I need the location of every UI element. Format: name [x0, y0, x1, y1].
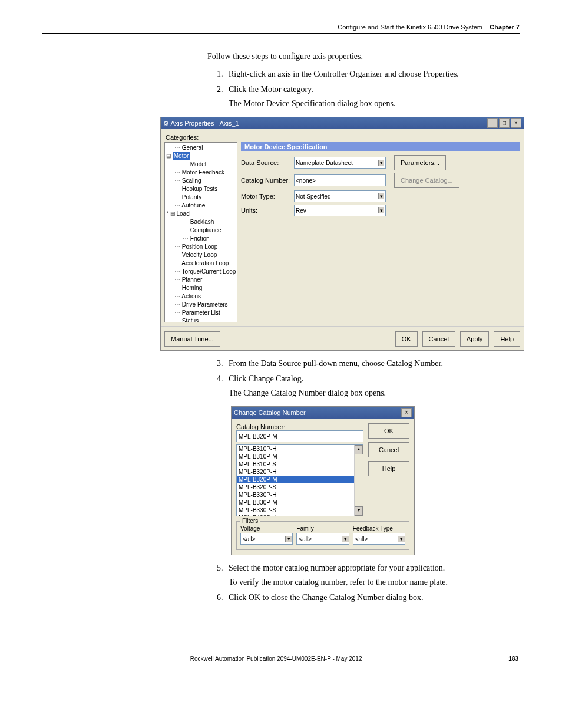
list-item[interactable]: MPL-B310P-M	[237, 453, 363, 460]
footer-page-number: 183	[508, 655, 518, 662]
dlg-title: Change Catalog Number	[234, 409, 306, 416]
dlg-catalog-label: Catalog Number:	[236, 423, 363, 430]
tree-load-row[interactable]: * ⊟ Load	[166, 210, 236, 218]
axis-properties-window: ⚙ Axis Properties - Axis_1 _ □ × Categor…	[160, 117, 524, 351]
data-source-dropdown[interactable]: Nameplate Datasheet	[294, 157, 386, 169]
tree-actions[interactable]: Actions	[166, 292, 236, 301]
tree-velocity-loop[interactable]: Velocity Loop	[166, 251, 236, 259]
feedback-combo[interactable]: <all>	[353, 533, 405, 545]
dlg-catalog-input[interactable]: MPL-B320P-M	[236, 430, 363, 442]
maximize-button[interactable]: □	[499, 118, 510, 128]
step-2-sub: The Motor Device Specification dialog bo…	[229, 99, 520, 108]
axis-cancel-button[interactable]: Cancel	[422, 331, 455, 347]
step-4-sub: The Change Catalog Number dialog box ope…	[229, 388, 520, 398]
list-item[interactable]: MPL-B420P-H	[237, 514, 363, 516]
parameters-button[interactable]: Parameters...	[394, 155, 446, 170]
minimize-button[interactable]: _	[487, 118, 498, 128]
step-1-text: Right-click an axis in the Controller Or…	[229, 70, 459, 78]
gear-icon: ⚙	[163, 120, 169, 127]
dlg-cancel-button[interactable]: Cancel	[368, 442, 409, 457]
data-source-value: Nameplate Datasheet	[296, 160, 353, 166]
tree-compliance[interactable]: Compliance	[166, 226, 236, 235]
catalog-number-field: <none>	[294, 174, 386, 186]
list-item[interactable]: MPL-B320P-S	[237, 483, 363, 491]
label-feedback: Feedback Type	[353, 525, 405, 532]
dlg-help-button[interactable]: Help	[368, 461, 409, 476]
step-5-sub: To verify the motor catalog number, refe…	[229, 578, 520, 587]
motor-type-value: Not Specified	[296, 193, 330, 200]
family-value: <all>	[299, 536, 312, 542]
axis-apply-button[interactable]: Apply	[460, 331, 490, 347]
step-2-text: Click the Motor category.	[229, 85, 313, 94]
footer-publication: Rockwell Automation Publication 2094-UM0…	[190, 655, 362, 662]
axis-titlebar: ⚙ Axis Properties - Axis_1 _ □ ×	[161, 117, 524, 129]
tree-autotune[interactable]: Autotune	[166, 202, 236, 210]
tree-polarity[interactable]: Polarity	[166, 193, 236, 202]
dlg-close-button[interactable]: ×	[401, 408, 412, 417]
tree-position-loop[interactable]: Position Loop	[166, 243, 236, 251]
tree-param-list[interactable]: Parameter List	[166, 309, 236, 317]
step-4: Click Change Catalog. The Change Catalog…	[225, 374, 520, 398]
motor-type-dropdown[interactable]: Not Specified	[294, 190, 386, 202]
dlg-scrollbar[interactable]: ▴ ▾	[354, 445, 363, 516]
list-item[interactable]: MPL-B310P-H	[237, 445, 363, 453]
tree-scaling[interactable]: Scaling	[166, 177, 236, 185]
step-6: Click OK to close the Change Catalog Num…	[225, 593, 520, 602]
tree-motor: Motor	[173, 152, 190, 160]
tree-drive-params[interactable]: Drive Parameters	[166, 301, 236, 309]
page-header: Configure and Start the Kinetix 6500 Dri…	[42, 24, 520, 34]
dlg-ok-button[interactable]: OK	[368, 423, 409, 439]
step-3: From the Data Source pull-down menu, cho…	[225, 359, 520, 368]
intro-text: Follow these steps to configure axis pro…	[207, 52, 520, 61]
voltage-combo[interactable]: <all>	[240, 533, 293, 545]
header-title: Configure and Start the Kinetix 6500 Dri…	[338, 24, 482, 31]
header-chapter: Chapter 7	[490, 24, 520, 31]
manual-tune-button[interactable]: Manual Tune...	[164, 331, 220, 347]
dlg-catalog-value: MPL-B320P-M	[239, 433, 277, 440]
change-catalog-dialog: Change Catalog Number × Catalog Number: …	[231, 406, 415, 555]
list-item[interactable]: MPL-B330P-H	[237, 491, 363, 499]
tree-planner[interactable]: Planner	[166, 276, 236, 284]
tree-homing[interactable]: Homing	[166, 284, 236, 292]
change-catalog-button[interactable]: Change Catalog...	[394, 173, 459, 188]
dlg-listbox[interactable]: MPL-B310P-HMPL-B310P-MMPL-B310P-SMPL-B32…	[236, 444, 363, 516]
tree-torque-loop[interactable]: Torque/Current Loop	[166, 268, 236, 276]
axis-help-button[interactable]: Help	[494, 331, 520, 347]
tree-motor-row[interactable]: ⊟ Motor	[166, 152, 236, 160]
label-data-source: Data Source:	[241, 159, 294, 166]
tree-model[interactable]: Model	[166, 160, 236, 169]
label-units: Units:	[241, 207, 294, 214]
step-4-text: Click Change Catalog.	[229, 374, 303, 383]
family-combo[interactable]: <all>	[296, 533, 349, 545]
category-tree[interactable]: General ⊟ Motor Model Motor Feedback Sca…	[164, 142, 237, 322]
close-button[interactable]: ×	[511, 118, 521, 128]
axis-ok-button[interactable]: OK	[395, 331, 418, 347]
scroll-down-button[interactable]: ▾	[355, 506, 363, 516]
label-catalog-number: Catalog Number:	[241, 177, 294, 184]
units-dropdown[interactable]: Rev	[294, 205, 386, 216]
tree-status[interactable]: Status	[166, 317, 236, 322]
label-family: Family	[296, 525, 349, 532]
list-item[interactable]: MPL-B320P-H	[237, 468, 363, 476]
tree-backlash[interactable]: Backlash	[166, 218, 236, 226]
filters-legend: Filters	[240, 518, 260, 524]
tree-load: Load	[176, 210, 189, 217]
step-5-text: Select the motor catalog number appropri…	[229, 564, 445, 572]
list-item[interactable]: MPL-B320P-M	[237, 476, 363, 483]
tree-hookup[interactable]: Hookup Tests	[166, 185, 236, 193]
list-item[interactable]: MPL-B330P-M	[237, 499, 363, 506]
tree-friction[interactable]: Friction	[166, 235, 236, 243]
label-motor-type: Motor Type:	[241, 193, 294, 200]
tree-accel-loop[interactable]: Acceleration Loop	[166, 259, 236, 268]
filters-group: Filters Voltage <all> Family <all> Feedb…	[236, 521, 409, 550]
list-item[interactable]: MPL-B310P-S	[237, 460, 363, 468]
step-3-text: From the Data Source pull-down menu, cho…	[229, 359, 443, 368]
step-1: Right-click an axis in the Controller Or…	[225, 70, 520, 79]
scroll-up-button[interactable]: ▴	[355, 445, 363, 454]
axis-title: Axis Properties - Axis_1	[170, 120, 239, 127]
voltage-value: <all>	[243, 536, 256, 542]
tree-general[interactable]: General	[166, 144, 236, 152]
list-item[interactable]: MPL-B330P-S	[237, 506, 363, 514]
units-value: Rev	[296, 207, 306, 214]
tree-motor-feedback[interactable]: Motor Feedback	[166, 169, 236, 177]
